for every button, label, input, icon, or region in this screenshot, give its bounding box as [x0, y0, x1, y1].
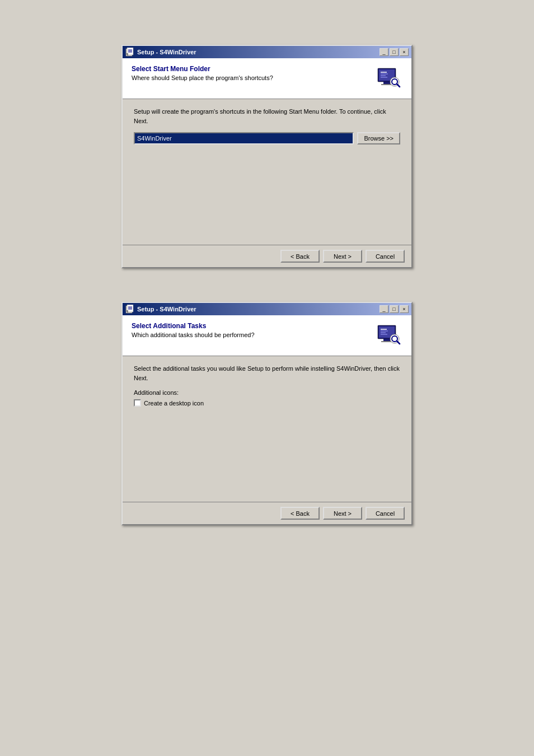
header-title-2: Select Additional Tasks — [132, 322, 255, 330]
title-bar-left-2: Setup - S4WinDriver — [125, 305, 196, 314]
header-section-1: Select Start Menu Folder Where should Se… — [123, 58, 411, 99]
back-button-2[interactable]: < Back — [280, 507, 320, 520]
back-button-1[interactable]: < Back — [280, 250, 320, 263]
header-text-2: Select Additional Tasks Which additional… — [132, 322, 255, 338]
minimize-btn-2[interactable]: _ — [380, 305, 388, 313]
desktop-icon-checkbox[interactable] — [134, 399, 141, 407]
title-text-2: Setup - S4WinDriver — [137, 306, 196, 312]
minimize-btn-1[interactable]: _ — [380, 48, 388, 56]
folder-input-1[interactable] — [134, 132, 354, 144]
title-bar-icon-2 — [125, 305, 134, 314]
close-btn-2[interactable]: × — [400, 305, 409, 313]
header-section-2: Select Additional Tasks Which additional… — [123, 315, 411, 356]
svg-line-12 — [397, 84, 400, 87]
title-bar-controls-1: _ □ × — [380, 48, 409, 56]
body-section-1: Setup will create the program's shortcut… — [123, 99, 411, 245]
cancel-button-2[interactable]: Cancel — [366, 507, 405, 520]
svg-line-29 — [397, 341, 400, 344]
footer-section-1: < Back Next > Cancel — [123, 245, 411, 267]
checkbox-label-1: Create a desktop icon — [144, 400, 204, 407]
svg-rect-8 — [383, 82, 390, 84]
title-text-1: Setup - S4WinDriver — [137, 49, 196, 55]
maximize-btn-2[interactable]: □ — [390, 305, 399, 313]
title-bar-left-1: Setup - S4WinDriver — [125, 48, 196, 57]
setup-window-1: Setup - S4WinDriver _ □ × Select Start M… — [121, 45, 413, 268]
next-button-2[interactable]: Next > — [323, 507, 362, 520]
browse-button-1[interactable]: Browse >> — [357, 132, 400, 144]
header-text-1: Select Start Menu Folder Where should Se… — [132, 65, 273, 81]
title-bar-icon-1 — [125, 48, 134, 57]
next-button-1[interactable]: Next > — [323, 250, 362, 263]
additional-icons-label: Additional icons: — [134, 389, 400, 396]
title-bar-2: Setup - S4WinDriver _ □ × — [123, 303, 411, 315]
title-bar-controls-2: _ □ × — [380, 305, 409, 313]
cancel-button-1[interactable]: Cancel — [366, 250, 405, 263]
body-description-1: Setup will create the program's shortcut… — [134, 107, 400, 125]
header-subtitle-2: Which additional tasks should be perform… — [132, 332, 255, 338]
maximize-btn-1[interactable]: □ — [390, 48, 399, 56]
footer-section-2: < Back Next > Cancel — [123, 502, 411, 524]
body-description-2: Select the additional tasks you would li… — [134, 364, 400, 382]
header-subtitle-1: Where should Setup place the program's s… — [132, 74, 273, 81]
window-content-1: Select Start Menu Folder Where should Se… — [123, 58, 411, 267]
body-section-2: Select the additional tasks you would li… — [123, 356, 411, 502]
folder-row-1: Browse >> — [134, 132, 400, 144]
wizard-icon-1 — [376, 65, 402, 92]
header-title-1: Select Start Menu Folder — [132, 65, 273, 73]
window-content-2: Select Additional Tasks Which additional… — [123, 315, 411, 524]
checkbox-row-1: Create a desktop icon — [134, 399, 400, 407]
svg-rect-25 — [383, 339, 390, 341]
close-btn-1[interactable]: × — [400, 48, 409, 56]
title-bar-1: Setup - S4WinDriver _ □ × — [123, 46, 411, 58]
setup-window-2: Setup - S4WinDriver _ □ × Select Additio… — [121, 302, 413, 525]
wizard-icon-2 — [376, 322, 402, 349]
